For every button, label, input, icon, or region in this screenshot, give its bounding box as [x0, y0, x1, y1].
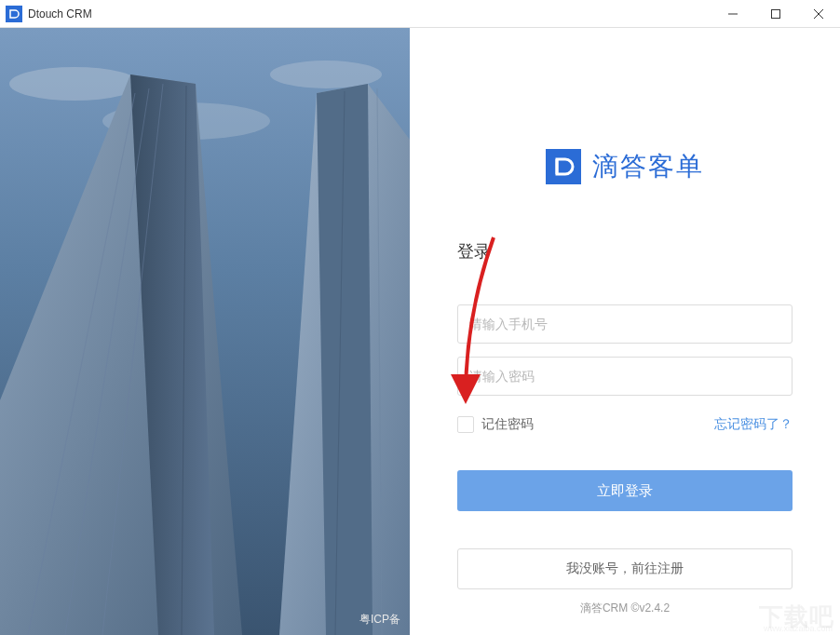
icp-text: 粤ICP备: [359, 612, 400, 628]
svg-marker-15: [317, 84, 373, 635]
login-form: 登录 记住密码 忘记密码了？ 立即登录 我没账号，前往注册: [457, 240, 793, 589]
remember-label: 记住密码: [481, 416, 534, 433]
login-panel: 滴答客单 登录 记住密码 忘记密码了？ 立即登录 我没账号，前往注册 滴答CRM…: [410, 28, 840, 635]
brand-icon: [546, 149, 581, 184]
window-title: Dtouch CRM: [28, 7, 92, 20]
login-heading: 登录: [457, 240, 793, 263]
close-button[interactable]: [797, 0, 840, 28]
svg-point-7: [270, 61, 382, 88]
login-button[interactable]: 立即登录: [457, 470, 793, 511]
minimize-button[interactable]: [711, 0, 754, 28]
version-text: 滴答CRM ©v2.4.2: [580, 601, 670, 616]
window-controls: [711, 0, 840, 28]
phone-input[interactable]: [457, 304, 793, 344]
hero-image-panel: 粤ICP备: [0, 28, 410, 635]
forgot-password-link[interactable]: 忘记密码了？: [714, 416, 793, 433]
svg-point-5: [9, 67, 140, 101]
maximize-button[interactable]: [754, 0, 797, 28]
remember-checkbox[interactable]: [457, 416, 474, 433]
brand: 滴答客单: [546, 149, 704, 184]
svg-rect-1: [772, 10, 780, 19]
brand-name: 滴答客单: [592, 149, 704, 184]
register-button[interactable]: 我没账号，前往注册: [457, 548, 793, 589]
remember-row: 记住密码 忘记密码了？: [457, 416, 793, 433]
password-input[interactable]: [457, 357, 793, 396]
app-icon: [6, 6, 22, 22]
titlebar: Dtouch CRM: [0, 0, 840, 28]
